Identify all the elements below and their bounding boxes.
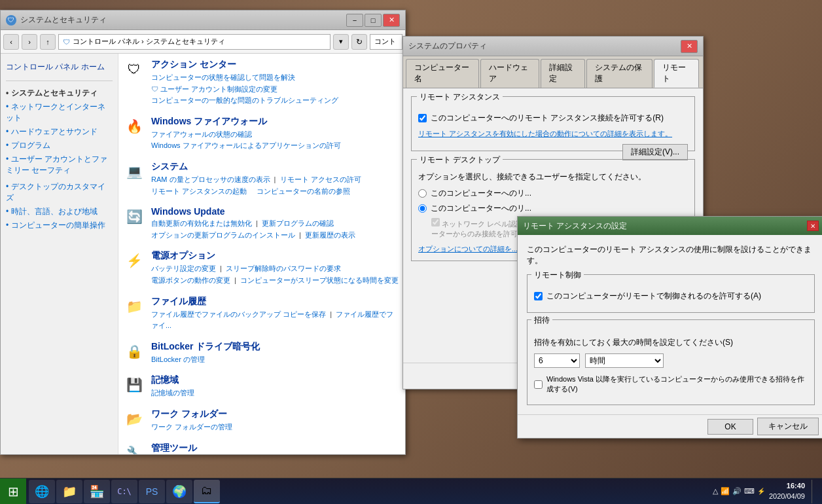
sidebar-item-security[interactable]: システムとセキュリティ	[6, 86, 113, 100]
windows-update-title[interactable]: Windows Update	[151, 206, 400, 217]
sidebar-item-clock[interactable]: 時計、言語、および地域	[6, 205, 113, 219]
addr-right-input[interactable]: コント	[370, 34, 402, 50]
power-link1[interactable]: バッテリ設定の変更	[151, 264, 216, 272]
address-path: コントロール パネル › システムとセキュリティ	[73, 37, 225, 46]
wu-link1[interactable]: 自動更新の有効化または無効化	[151, 219, 252, 227]
ra-ok-button[interactable]: OK	[707, 419, 753, 435]
action-center-link1[interactable]: コンピューターの状態を確認して問題を解決	[151, 73, 295, 81]
taskbar-store-button[interactable]: 🏪	[84, 480, 110, 503]
tab-remote[interactable]: リモート	[654, 59, 699, 88]
power-title[interactable]: 電源オプション	[151, 250, 400, 262]
cp-maximize-button[interactable]: □	[365, 14, 382, 27]
rd-radio1[interactable]	[418, 189, 427, 198]
sidebar-item-programs[interactable]: プログラム	[6, 139, 113, 153]
firewall-link1[interactable]: ファイアウォールの状態の確認	[151, 130, 252, 138]
taskbar-ie-button[interactable]: 🌐	[29, 480, 55, 503]
bitlocker-link1[interactable]: BitLocker の管理	[151, 355, 205, 363]
system-link3[interactable]: リモート アシスタンスの起動	[151, 187, 247, 195]
cat-power: ⚡ 電源オプション バッテリ設定の変更 | スリープ解除時のパスワードの要求 電…	[124, 250, 400, 286]
ra-cancel-button[interactable]: キャンセル	[757, 418, 819, 435]
sysprop-tabs: コンピューター名 ハードウェア 詳細設定 システムの保護 リモート	[403, 56, 703, 88]
ra-vista-checkbox[interactable]	[534, 380, 543, 389]
sysprop-title: システムのプロパティ	[408, 41, 681, 52]
admin-tools-title[interactable]: 管理ツール	[151, 442, 400, 454]
sidebar-item-desktop[interactable]: デスクトップのカスタマイズ	[6, 180, 113, 205]
power-link2[interactable]: スリープ解除時のパスワードの要求	[226, 264, 341, 272]
taskbar-edge-button[interactable]: 🌍	[166, 480, 192, 503]
admin-tools-icon: 🔧	[124, 442, 145, 455]
work-folders-title[interactable]: ワーク フォルダー	[151, 408, 400, 420]
tab-advanced[interactable]: 詳細設定	[541, 59, 586, 88]
sidebar-item-hardware[interactable]: ハードウェアとサウンド	[6, 125, 113, 139]
storage-title[interactable]: 記憶域	[151, 374, 400, 386]
ra-details-link[interactable]: リモート アシスタンスを有効にした場合の動作についての詳細を表示します。	[418, 130, 672, 137]
sysprop-close-button[interactable]: ✕	[681, 40, 698, 53]
taskbar-clock[interactable]: 16:40 2020/04/09	[769, 481, 805, 501]
bitlocker-title[interactable]: BitLocker ドライブ暗号化	[151, 341, 400, 353]
ra-invite-unit-select[interactable]: 分 時間 日	[585, 353, 664, 368]
firewall-link2[interactable]: Windows ファイアウォールによるアプリケーションの許可	[151, 141, 341, 149]
nav-up-button[interactable]: ↑	[40, 34, 56, 50]
addr-refresh-button[interactable]: ↻	[351, 34, 367, 50]
system-links: RAM の量とプロセッサの速度の表示 | リモート アクセスの許可 リモート ア…	[151, 174, 400, 197]
tab-computer-name[interactable]: コンピューター名	[406, 59, 479, 88]
action-center-title[interactable]: アクション センター	[151, 59, 400, 71]
rd-options-link[interactable]: オプションについての詳細を...	[418, 245, 518, 253]
address-input[interactable]: 🛡 コントロール パネル › システムとセキュリティ	[58, 34, 331, 50]
taskbar-cmd-button[interactable]: C:\	[111, 480, 137, 503]
ra-control-checkbox[interactable]	[534, 292, 543, 300]
fh-link1[interactable]: ファイル履歴でファイルのバックアップ コピーを保存	[151, 310, 326, 318]
tab-system-protection[interactable]: システムの保護	[586, 59, 652, 88]
ra-settings-title: リモート アシスタンスの設定	[523, 221, 627, 232]
power-link3[interactable]: 電源ボタンの動作の変更	[151, 276, 230, 284]
start-button[interactable]: ⊞	[0, 478, 26, 505]
show-desktop-button[interactable]	[812, 480, 817, 503]
taskbar-cp-button[interactable]: 🗂	[194, 480, 220, 503]
rd-radio2[interactable]	[418, 204, 427, 213]
ra-invite-number-select[interactable]: 6 12 24	[534, 353, 580, 368]
ps-icon: PS	[146, 486, 158, 497]
ra-control-checkbox-label: このコンピューターがリモートで制御されるのを許可する(A)	[546, 291, 761, 302]
ra-checkbox[interactable]	[418, 114, 427, 122]
sidebar-item-ease[interactable]: コンピューターの簡単操作	[6, 219, 113, 232]
storage-link1[interactable]: 記憶域の管理	[151, 389, 194, 397]
power-link4[interactable]: コンピューターがスリープ状態になる時間を変更	[240, 276, 399, 284]
system-link1[interactable]: RAM の量とプロセッサの速度の表示	[151, 175, 270, 183]
nav-forward-button[interactable]: ›	[22, 34, 37, 50]
nav-back-button[interactable]: ‹	[3, 34, 19, 50]
ra-detail-button[interactable]: 詳細設定(V)...	[622, 144, 688, 160]
wu-link2[interactable]: 更新プログラムの確認	[262, 219, 334, 227]
system-content: システム RAM の量とプロセッサの速度の表示 | リモート アクセスの許可 リ…	[151, 161, 400, 197]
tray-power-icon[interactable]: ⚡	[757, 488, 765, 495]
file-history-links: ファイル履歴でファイルのバックアップ コピーを保存 | ファイル履歴でファイ..…	[151, 309, 400, 332]
power-links: バッテリ設定の変更 | スリープ解除時のパスワードの要求 電源ボタンの動作の変更…	[151, 263, 400, 286]
wu-link4[interactable]: 更新履歴の表示	[305, 231, 355, 239]
ra-invite-group: 招待 招待を有効にしておく最大の時間を設定してください(S) 6 12 24 分…	[527, 319, 815, 405]
action-center-link2[interactable]: ユーザー アカウント制御設定の変更	[160, 85, 277, 93]
firewall-title[interactable]: Windows ファイアウォール	[151, 116, 400, 128]
action-center-icon: 🛡	[124, 59, 145, 80]
rd-network-checkbox[interactable]	[431, 218, 440, 226]
sidebar-item-network[interactable]: ネットワークとインターネット	[6, 100, 113, 125]
taskbar-ps-button[interactable]: PS	[139, 480, 165, 503]
wf-link1[interactable]: ワーク フォルダーの管理	[151, 423, 232, 431]
tray-network-icon[interactable]: 📶	[721, 487, 730, 495]
tab-hardware[interactable]: ハードウェア	[480, 59, 539, 88]
cp-sidebar-home[interactable]: コントロール パネル ホーム	[6, 62, 113, 73]
system-title[interactable]: システム	[151, 161, 400, 173]
tray-arrow-icon[interactable]: △	[713, 487, 718, 495]
sidebar-item-accounts[interactable]: ユーザー アカウントとファミリー セーフティ	[6, 153, 113, 177]
addr-dropdown-button[interactable]: ▾	[333, 34, 349, 50]
store-icon: 🏪	[90, 484, 104, 499]
system-link2[interactable]: リモート アクセスの許可	[280, 175, 361, 183]
wu-link3[interactable]: オプションの更新プログラムのインストール	[151, 231, 295, 239]
action-center-link3[interactable]: コンピューターの一般的な問題のトラブルシューティング	[151, 96, 338, 104]
system-link4[interactable]: コンピューターの名前の参照	[257, 187, 350, 195]
cp-minimize-button[interactable]: −	[346, 14, 363, 27]
taskbar-explorer-button[interactable]: 📁	[56, 480, 82, 503]
cp-close-button[interactable]: ✕	[383, 14, 400, 27]
tray-keyboard-icon[interactable]: ⌨	[744, 487, 755, 495]
ra-settings-close-button[interactable]: ✕	[807, 221, 819, 231]
tray-volume-icon[interactable]: 🔊	[732, 487, 742, 495]
file-history-title[interactable]: ファイル履歴	[151, 296, 400, 308]
